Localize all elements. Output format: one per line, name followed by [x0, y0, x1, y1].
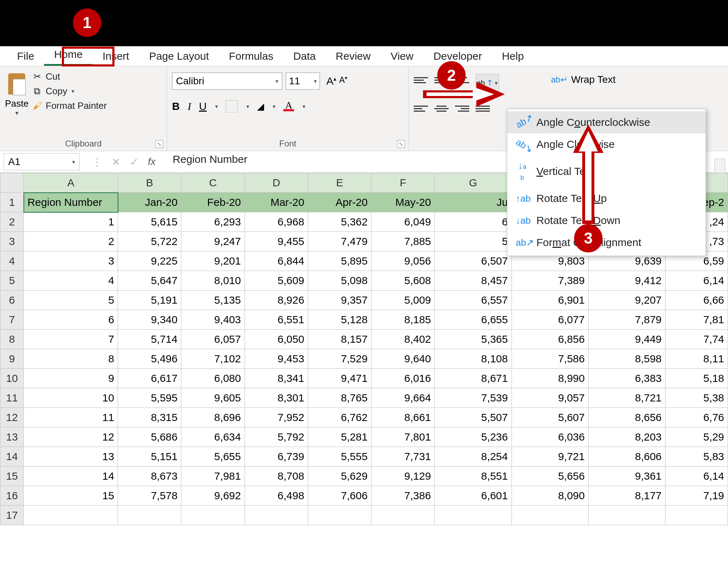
- data-cell[interactable]: 8,315: [118, 408, 181, 427]
- data-cell[interactable]: 5,656: [512, 467, 588, 486]
- column-header[interactable]: E: [308, 173, 371, 193]
- data-cell[interactable]: 5,655: [181, 447, 245, 467]
- enter-icon[interactable]: ✓: [130, 156, 139, 168]
- data-cell[interactable]: 8,402: [371, 330, 435, 349]
- data-cell[interactable]: 9,340: [118, 310, 181, 330]
- data-cell[interactable]: 8,177: [588, 486, 665, 506]
- header-cell[interactable]: Apr-20: [308, 193, 371, 212]
- data-cell[interactable]: 7,578: [118, 486, 181, 506]
- borders-button[interactable]: [226, 100, 238, 112]
- data-cell[interactable]: 7,539: [435, 388, 512, 408]
- data-cell[interactable]: [308, 506, 371, 525]
- data-cell[interactable]: 6,050: [245, 330, 308, 349]
- chevron-down-icon[interactable]: ▾: [273, 103, 275, 110]
- data-cell[interactable]: 9,664: [371, 388, 435, 408]
- data-cell[interactable]: 1: [24, 212, 118, 232]
- data-cell[interactable]: 6,077: [512, 310, 588, 330]
- chevron-down-icon[interactable]: ▾: [314, 78, 317, 85]
- data-cell[interactable]: 7,389: [512, 271, 588, 291]
- data-cell[interactable]: 6,617: [118, 369, 181, 388]
- data-cell[interactable]: 14: [24, 467, 118, 486]
- data-cell[interactable]: 8,671: [435, 369, 512, 388]
- tab-home[interactable]: Home: [44, 45, 92, 66]
- data-cell[interactable]: [588, 506, 665, 525]
- menu-rotate-text-down[interactable]: ↓ab Rotate Text Down: [507, 209, 706, 231]
- data-cell[interactable]: 5,18: [665, 369, 728, 388]
- data-cell[interactable]: 5,128: [308, 310, 371, 330]
- column-header[interactable]: G: [435, 173, 512, 193]
- wrap-text-button[interactable]: ab↵ Wrap Text: [551, 74, 616, 85]
- data-cell[interactable]: 8,926: [245, 291, 308, 310]
- data-cell[interactable]: 5,496: [118, 349, 181, 369]
- data-cell[interactable]: [512, 506, 588, 525]
- data-cell[interactable]: 8,606: [588, 447, 665, 467]
- name-box[interactable]: A1▾: [4, 153, 80, 170]
- tab-formulas[interactable]: Formulas: [219, 47, 283, 66]
- menu-vertical-text[interactable]: ↓ab Vertical Text: [507, 155, 706, 187]
- dialog-launcher-font[interactable]: ⤡: [397, 140, 405, 148]
- data-cell[interactable]: 12: [24, 427, 118, 447]
- data-cell[interactable]: [371, 506, 435, 525]
- data-cell[interactable]: 6,762: [308, 408, 371, 427]
- data-cell[interactable]: 5,362: [308, 212, 371, 232]
- data-cell[interactable]: 9,056: [371, 251, 435, 271]
- data-cell[interactable]: 5,507: [435, 408, 512, 427]
- data-cell[interactable]: 7: [24, 330, 118, 349]
- data-cell[interactable]: 5,607: [512, 408, 588, 427]
- data-cell[interactable]: 8,661: [371, 408, 435, 427]
- data-cell[interactable]: 8,765: [308, 388, 371, 408]
- data-cell[interactable]: 7,801: [371, 427, 435, 447]
- data-cell[interactable]: [181, 506, 245, 525]
- data-cell[interactable]: 9,692: [181, 486, 245, 506]
- data-cell[interactable]: 8,721: [588, 388, 665, 408]
- chevron-down-icon[interactable]: ▾: [275, 78, 278, 85]
- row-header[interactable]: 4: [0, 251, 24, 271]
- data-cell[interactable]: 7,386: [371, 486, 435, 506]
- data-cell[interactable]: 8,108: [435, 349, 512, 369]
- data-cell[interactable]: 9,057: [512, 388, 588, 408]
- data-cell[interactable]: 5,38: [665, 388, 728, 408]
- data-cell[interactable]: 8,457: [435, 271, 512, 291]
- data-cell[interactable]: 6,856: [512, 330, 588, 349]
- data-cell[interactable]: 8: [24, 349, 118, 369]
- paste-button[interactable]: Paste ▾: [5, 69, 32, 117]
- data-cell[interactable]: 9,471: [308, 369, 371, 388]
- data-cell[interactable]: 9,361: [588, 467, 665, 486]
- data-cell[interactable]: 5,895: [308, 251, 371, 271]
- data-cell[interactable]: [118, 506, 181, 525]
- data-cell[interactable]: 5,722: [118, 232, 181, 251]
- data-cell[interactable]: 13: [24, 447, 118, 467]
- data-cell[interactable]: 5,608: [371, 271, 435, 291]
- column-header[interactable]: F: [371, 173, 435, 193]
- data-cell[interactable]: 6,66: [665, 291, 728, 310]
- column-header[interactable]: B: [118, 173, 181, 193]
- data-cell[interactable]: 5,135: [181, 291, 245, 310]
- data-cell[interactable]: 9,412: [588, 271, 665, 291]
- data-cell[interactable]: 6,049: [371, 212, 435, 232]
- data-cell[interactable]: 6,016: [371, 369, 435, 388]
- font-name-select[interactable]: Calibri▾: [172, 73, 282, 90]
- data-cell[interactable]: [435, 506, 512, 525]
- data-cell[interactable]: 6,739: [245, 447, 308, 467]
- tab-review[interactable]: Review: [326, 47, 380, 66]
- data-cell[interactable]: 6,14: [665, 271, 728, 291]
- tab-page-layout[interactable]: Page Layout: [139, 47, 219, 66]
- font-size-select[interactable]: 11▾: [286, 73, 320, 90]
- data-cell[interactable]: 6,507: [435, 251, 512, 271]
- data-cell[interactable]: 6,634: [181, 427, 245, 447]
- select-all-corner[interactable]: [0, 173, 24, 193]
- tab-view[interactable]: View: [381, 47, 423, 66]
- chevron-down-icon[interactable]: ▾: [215, 103, 218, 110]
- fill-color-button[interactable]: ◢: [257, 101, 264, 112]
- data-cell[interactable]: 7,606: [308, 486, 371, 506]
- tab-help[interactable]: Help: [492, 47, 534, 66]
- data-cell[interactable]: 7,885: [371, 232, 435, 251]
- row-header[interactable]: 15: [0, 467, 24, 486]
- data-cell[interactable]: 6,968: [245, 212, 308, 232]
- row-header[interactable]: 13: [0, 427, 24, 447]
- data-cell[interactable]: 5,792: [245, 427, 308, 447]
- data-cell[interactable]: 7,731: [371, 447, 435, 467]
- menu-rotate-text-up[interactable]: ↑ab Rotate Text Up: [507, 187, 706, 209]
- data-cell[interactable]: 6,057: [181, 330, 245, 349]
- formula-options-icon[interactable]: ⋮: [92, 156, 102, 168]
